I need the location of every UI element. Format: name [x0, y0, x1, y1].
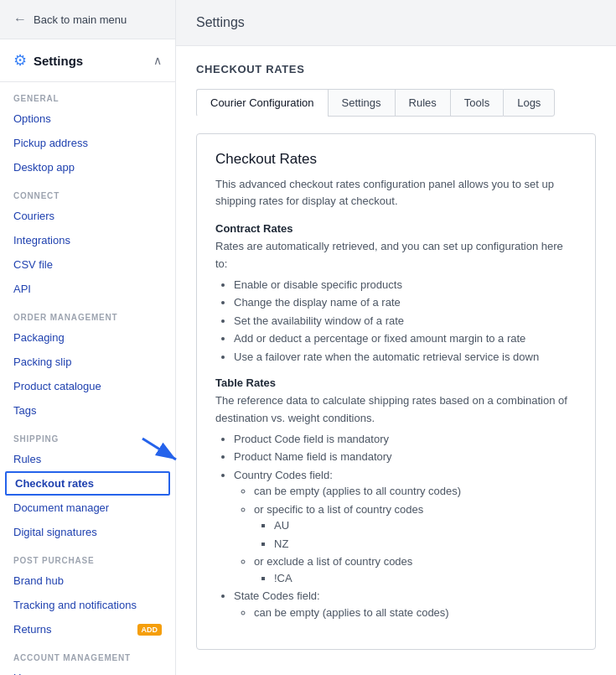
country-au: AU — [274, 517, 577, 534]
state-sub-list: can be empty (applies to all state codes… — [254, 605, 577, 621]
tab-courier-config[interactable]: Courier Configuration — [196, 89, 328, 117]
sidebar-section-label: CONNECT — [0, 179, 175, 204]
sidebar-item-label: Rules — [13, 453, 41, 465]
sidebar-item-label: Checkout rates — [15, 477, 94, 490]
sidebar-item-tracking-notifications[interactable]: Tracking and notifications — [0, 593, 175, 617]
sidebar-item-digital-signatures[interactable]: Digital signatures — [0, 520, 175, 544]
sidebar-section-label: POST PURCHASE — [0, 544, 175, 569]
sidebar-item-document-manager[interactable]: Document manager — [0, 496, 175, 520]
sidebar-item-api[interactable]: API — [0, 277, 175, 301]
table-bullet-1: Product Code field is mandatory — [234, 431, 577, 448]
state-sub-1: can be empty (applies to all state codes… — [254, 605, 577, 621]
main-header-title: Settings — [196, 15, 245, 29]
sidebar-nav: GENERALOptionsPickup addressDesktop appC… — [0, 82, 175, 675]
main-header: Settings — [176, 0, 616, 46]
sidebar-item-desktop-app[interactable]: Desktop app — [0, 155, 175, 179]
table-rates-heading: Table Rates — [215, 376, 577, 389]
sidebar-item-users[interactable]: Users — [0, 666, 175, 675]
sidebar-item-label: Users — [13, 672, 42, 675]
sidebar-item-packaging[interactable]: Packaging — [0, 325, 175, 350]
sidebar-item-integrations[interactable]: Integrations — [0, 228, 175, 252]
sidebar-item-label: Brand hub — [13, 574, 64, 587]
sidebar-item-label: CSV file — [13, 258, 53, 271]
sidebar-item-returns[interactable]: ReturnsADD — [0, 617, 175, 641]
table-rates-section: Table Rates The reference data to calcul… — [215, 376, 577, 620]
card-title: Checkout Rates — [215, 151, 577, 168]
sidebar-item-label: Pickup address — [13, 137, 88, 149]
back-to-main-button[interactable]: ← Back to main menu — [0, 0, 175, 39]
main-body: CHECKOUT RATES Courier ConfigurationSett… — [176, 46, 616, 667]
chevron-up-icon: ∧ — [153, 54, 162, 67]
country-exclude-list: !CA — [274, 570, 577, 587]
settings-header: ⚙ Settings ∧ — [0, 39, 175, 82]
sidebar-item-pickup-address[interactable]: Pickup address — [0, 131, 175, 155]
sidebar-item-label: Couriers — [13, 210, 54, 222]
content-card: Checkout Rates This advanced checkout ra… — [196, 133, 596, 650]
sidebar-item-couriers[interactable]: Couriers — [0, 204, 175, 228]
contract-bullet-4: Use a failover rate when the automatic r… — [234, 349, 577, 366]
sidebar-item-label: Product catalogue — [13, 380, 101, 392]
sidebar-item-csv-file[interactable]: CSV file — [0, 252, 175, 277]
state-codes-bullet: State Codes field: can be empty (applies… — [234, 588, 577, 620]
contract-rates-body: Rates are automatically retrieved, and y… — [215, 238, 577, 273]
tab-logs[interactable]: Logs — [503, 89, 555, 117]
returns-badge: ADD — [137, 624, 163, 636]
contract-bullet-0: Enable or disable specific products — [234, 277, 577, 293]
sidebar-item-product-catalogue[interactable]: Product catalogue — [0, 374, 175, 398]
sidebar-item-label: Document manager — [13, 501, 109, 514]
table-bullets-list: Product Code field is mandatory Product … — [234, 431, 577, 621]
sidebar-item-tags[interactable]: Tags — [0, 398, 175, 423]
sidebar-item-label: Integrations — [13, 234, 70, 247]
country-exclude-ca: !CA — [274, 570, 577, 587]
contract-rates-section: Contract Rates Rates are automatically r… — [215, 222, 577, 365]
country-nz: NZ — [274, 536, 577, 553]
country-sub-list: can be empty (applies to all country cod… — [254, 483, 577, 586]
sidebar-item-label: Options — [13, 112, 51, 125]
contract-bullet-2: Set the availability window of a rate — [234, 313, 577, 330]
back-label: Back to main menu — [34, 13, 127, 26]
sidebar-item-label: Returns — [13, 623, 52, 636]
sidebar-item-rules[interactable]: Rules — [0, 447, 175, 471]
sidebar-item-label: API — [13, 283, 31, 295]
table-bullet-2: Product Name field is mandatory — [234, 449, 577, 465]
sidebar-item-label: Digital signatures — [13, 526, 97, 538]
sidebar-item-label: Tags — [13, 404, 36, 417]
back-arrow-icon: ← — [13, 12, 27, 27]
sidebar-item-brand-hub[interactable]: Brand hub — [0, 569, 175, 593]
main-content: Settings CHECKOUT RATES Courier Configur… — [176, 0, 616, 675]
contract-bullets-list: Enable or disable specific productsChang… — [234, 277, 577, 366]
sidebar-item-label: Packaging — [13, 331, 65, 344]
sidebar-section-label: ACCOUNT MANAGEMENT — [0, 641, 175, 666]
country-exclude: or exclude a list of country codes !CA — [254, 553, 577, 586]
sidebar-item-label: Packing slip — [13, 356, 71, 368]
sidebar-item-label: Tracking and notifications — [13, 599, 137, 611]
sidebar-section-label: SHIPPING — [0, 423, 175, 447]
gear-icon: ⚙ — [13, 51, 27, 70]
tab-settings[interactable]: Settings — [328, 89, 395, 117]
sidebar-item-options[interactable]: Options — [0, 106, 175, 131]
settings-title-wrap: ⚙ Settings — [13, 51, 83, 70]
sidebar-section-label: GENERAL — [0, 82, 175, 106]
settings-title: Settings — [34, 54, 83, 68]
tabs: Courier ConfigurationSettingsRulesToolsL… — [196, 89, 596, 117]
card-description: This advanced checkout rates configurati… — [215, 176, 577, 209]
country-sub-2: or specific to a list of country codes A… — [254, 501, 577, 553]
tab-tools[interactable]: Tools — [450, 89, 503, 117]
country-examples-list: AU NZ — [274, 517, 577, 552]
contract-bullet-3: Add or deduct a percentage or fixed amou… — [234, 330, 577, 347]
sidebar-item-packing-slip[interactable]: Packing slip — [0, 350, 175, 374]
contract-bullet-1: Change the display name of a rate — [234, 294, 577, 311]
sidebar-item-label: Desktop app — [13, 161, 75, 174]
sidebar: ← Back to main menu ⚙ Settings ∧ GENERAL… — [0, 0, 176, 675]
sidebar-section-label: ORDER MANAGEMENT — [0, 301, 175, 325]
country-sub-1: can be empty (applies to all country cod… — [254, 483, 577, 500]
contract-rates-heading: Contract Rates — [215, 222, 577, 235]
page-section-title: CHECKOUT RATES — [196, 63, 596, 75]
table-rates-body: The reference data to calculate shipping… — [215, 392, 577, 428]
table-bullet-3: Country Codes field: can be empty (appli… — [234, 467, 577, 587]
sidebar-item-checkout-rates[interactable]: Checkout rates — [5, 471, 170, 496]
tab-rules[interactable]: Rules — [395, 89, 450, 117]
